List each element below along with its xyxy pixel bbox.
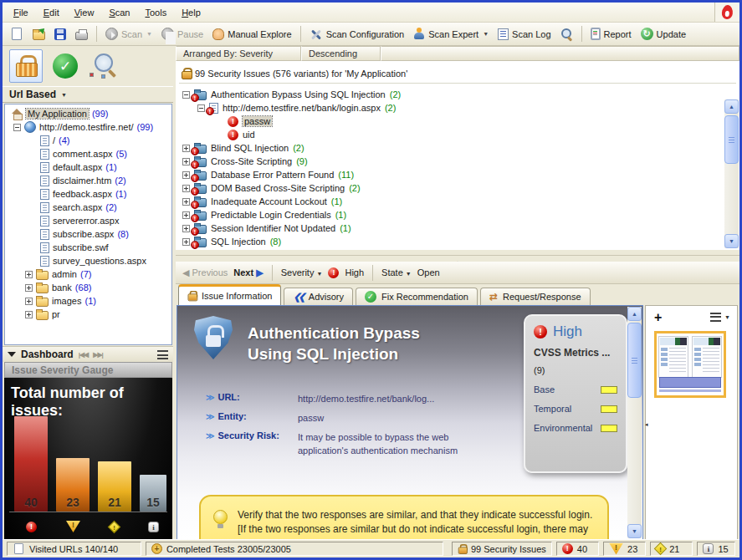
tree-item[interactable]: subscribe.swf <box>40 241 109 254</box>
expand-icon[interactable] <box>25 271 33 278</box>
tree-item[interactable]: servererror.aspx <box>40 214 119 227</box>
issue-item-uid[interactable]: uid <box>228 128 255 141</box>
issue-group[interactable]: Windows File Parameter Alteration(1) <box>182 248 367 250</box>
expand-icon[interactable] <box>182 145 190 152</box>
header-filler <box>381 46 739 61</box>
tab-issue-information[interactable]: Issue Information <box>178 284 281 305</box>
new-button[interactable] <box>7 26 27 42</box>
tab-request-response[interactable]: Request/Response <box>480 288 591 305</box>
collapse-icon[interactable] <box>182 91 190 99</box>
scan-configuration-button[interactable]: Scan Configuration <box>306 26 408 43</box>
issue-group[interactable]: Database Error Pattern Found(11) <box>182 168 354 181</box>
expand-icon[interactable] <box>182 238 190 246</box>
scroll-down-icon[interactable]: ▼ <box>627 524 642 538</box>
issue-group[interactable]: Blind SQL Injection(2) <box>182 141 304 155</box>
save-button[interactable] <box>51 26 69 42</box>
arranged-by-header[interactable]: Arranged By: Severity <box>176 46 301 61</box>
add-variant-button[interactable]: + <box>654 311 662 324</box>
variant-thumbnail[interactable] <box>654 331 726 398</box>
tab-advisory[interactable]: Advisory <box>284 288 353 305</box>
open-button[interactable] <box>29 27 49 42</box>
security-issues-view-button[interactable] <box>9 49 43 83</box>
print-button[interactable] <box>72 27 91 42</box>
issue-group[interactable]: Predictable Login Credentials(1) <box>182 208 346 221</box>
tree-item[interactable]: default.aspx(1) <box>40 160 117 174</box>
search-button[interactable] <box>557 26 576 42</box>
next-button[interactable]: Next ▶ <box>233 267 263 278</box>
state-dropdown[interactable]: State <box>381 267 412 277</box>
report-button[interactable]: Report <box>587 26 635 42</box>
manual-explore-button[interactable]: Manual Explore <box>209 26 294 42</box>
issue-group[interactable]: Inadequate Account Lockout(1) <box>182 195 342 208</box>
dashboard-header[interactable]: Dashboard |◀◀ ▶▶| <box>3 346 173 362</box>
cvss-panel[interactable]: High CVSS Metrics ... (9) Base Temporal … <box>524 314 627 473</box>
collapse-pane-icon[interactable] <box>645 421 648 428</box>
tree-item[interactable]: survey_questions.aspx <box>40 254 146 267</box>
issue-group[interactable]: Cross-Site Scripting(9) <box>182 155 308 168</box>
menu-file[interactable]: File <box>6 4 36 21</box>
menu-scan[interactable]: Scan <box>101 4 137 21</box>
scrollbar-thumb[interactable] <box>724 115 739 164</box>
content-scrollbar[interactable]: ▲ ▼ <box>627 307 642 538</box>
pause-button[interactable]: Pause <box>158 26 207 42</box>
high-severity-icon <box>26 522 37 532</box>
collapse-icon[interactable] <box>13 124 21 131</box>
expand-icon[interactable] <box>182 211 190 219</box>
expand-icon[interactable] <box>182 158 190 165</box>
shield-lock-icon <box>194 316 233 359</box>
tree-item[interactable]: disclaimer.htm(2) <box>40 174 126 187</box>
update-button[interactable]: Update <box>637 26 689 42</box>
tree-item-my-application[interactable]: My Application (99) <box>12 107 109 120</box>
tree-item-folder[interactable]: pr <box>25 308 60 321</box>
scroll-down-icon[interactable]: ▼ <box>724 234 739 248</box>
expand-icon[interactable] <box>25 298 33 305</box>
expand-icon[interactable] <box>182 185 190 192</box>
previous-button[interactable]: ◀ Previous <box>182 267 228 278</box>
tree-item-folder[interactable]: bank(68) <box>25 281 91 294</box>
expand-icon[interactable] <box>182 225 190 232</box>
menu-tools[interactable]: Tools <box>137 4 174 21</box>
scan-button[interactable]: Scan <box>102 26 156 42</box>
collapse-icon[interactable] <box>197 104 205 112</box>
issue-group[interactable]: Session Identifier Not Updated(1) <box>182 221 351 235</box>
issue-group[interactable]: SQL Injection(8) <box>182 235 281 248</box>
scan-expert-button[interactable]: Scan Expert <box>410 26 492 42</box>
scan-log-button[interactable]: Scan Log <box>494 26 554 42</box>
issue-group[interactable]: Authentication Bypass Using SQL Injectio… <box>182 88 401 101</box>
application-data-view-button[interactable] <box>88 52 118 80</box>
expand-icon[interactable] <box>25 311 33 318</box>
tree-item[interactable]: feedback.aspx(1) <box>40 187 126 201</box>
pane-splitter[interactable] <box>176 255 739 262</box>
menu-view[interactable]: View <box>67 4 102 21</box>
thumbnail-view-menu[interactable] <box>710 313 730 322</box>
tree-item-folder[interactable]: admin(7) <box>25 267 91 281</box>
tab-fix-recommendation[interactable]: Fix Recommendation <box>356 288 478 305</box>
tree-item[interactable]: subscribe.aspx(8) <box>40 227 129 241</box>
menu-edit[interactable]: Edit <box>36 4 67 21</box>
scroll-up-icon[interactable]: ▲ <box>627 307 642 321</box>
cvss-metrics-label[interactable]: CVSS Metrics ... <box>534 347 617 359</box>
issue-item-passw[interactable]: passw <box>228 115 272 128</box>
expand-icon[interactable] <box>182 171 190 179</box>
scroll-up-icon[interactable]: ▲ <box>724 99 739 114</box>
scrollbar-thumb[interactable] <box>627 323 642 398</box>
expand-icon[interactable] <box>182 198 190 206</box>
sort-order-header[interactable]: Descending <box>301 46 381 61</box>
issue-group[interactable]: DOM Based Cross-Site Scripting(2) <box>182 181 361 195</box>
tree-item[interactable]: search.aspx(2) <box>40 201 117 214</box>
issue-url[interactable]: http://demo.testfire.net/bank/login.aspx… <box>197 101 396 115</box>
tree-item[interactable]: /(4) <box>40 134 70 147</box>
menu-help[interactable]: Help <box>174 4 208 21</box>
expand-icon[interactable] <box>25 284 33 292</box>
view-selector[interactable]: Url Based <box>3 86 173 103</box>
arrow-left-icon: ◀ <box>182 267 192 277</box>
last-page-icon[interactable]: ▶▶| <box>93 351 103 359</box>
issues-scrollbar[interactable]: ▲ ▼ <box>724 99 739 248</box>
tree-item-site-root[interactable]: http://demo.testfire.net/ (99) <box>13 120 153 134</box>
first-page-icon[interactable]: |◀◀ <box>79 351 89 359</box>
remediation-view-button[interactable] <box>53 53 78 79</box>
tree-item[interactable]: comment.aspx(5) <box>40 147 127 160</box>
tree-item-folder[interactable]: images(1) <box>25 294 96 308</box>
severity-dropdown[interactable]: Severity <box>281 267 323 277</box>
list-menu-icon[interactable] <box>157 350 168 359</box>
